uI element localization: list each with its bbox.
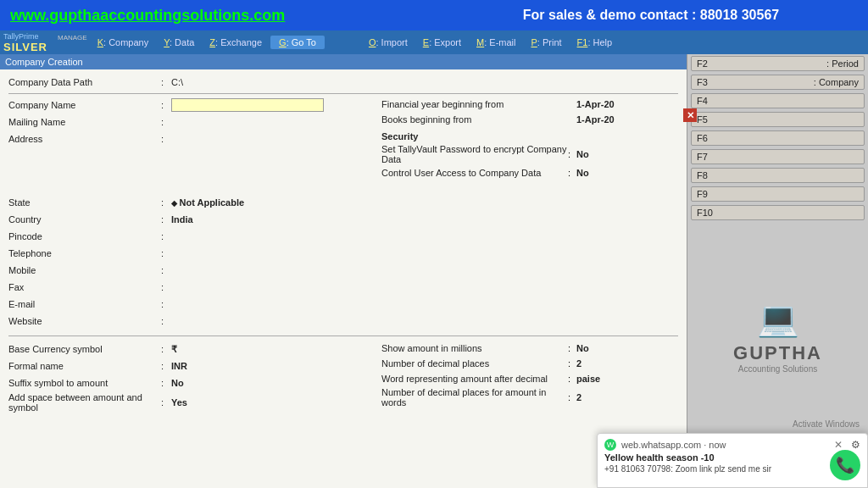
nav-help[interactable]: F1: Help [570,36,620,49]
company-data-path-label: Company Data Path [8,77,161,87]
state-label: State [8,197,161,208]
breadcrumb: Company Creation [0,54,687,69]
sidebar-f6[interactable]: F6 [691,130,865,146]
control-user-row: Control User Access to Company Data : No [381,166,678,180]
guptha-sub: Accounting Solutions [738,364,817,374]
telephone-row: Telephone : [8,246,678,261]
show-millions-label: Show amount in millions [381,343,568,353]
manage-label: MANAGE [58,34,87,42]
sidebar-f5[interactable]: F5 [691,112,865,127]
country-value: India [171,214,193,225]
close-button[interactable]: ✕ [683,108,697,122]
tallyvault-value: No [576,149,589,159]
guptha-logo-area: 💻 GUPTHA Accounting Solutions [687,222,868,451]
suffix-label: Suffix symbol to amount [8,378,161,388]
show-millions-row: Show amount in millions : No [381,341,678,355]
telephone-label: Telephone [8,248,161,258]
notification-body: +91 81063 70798: Zoom link plz send me s… [604,464,860,474]
base-currency-label: Base Currency symbol [8,344,161,354]
tallyvault-row: Set TallyVault Password to encrypt Compa… [381,144,678,164]
financial-year-row: Financial year beginning from 1-Apr-20 [381,97,678,111]
nav-data[interactable]: Y: Data [157,36,201,49]
books-beginning-row: Books beginning from 1-Apr-20 [381,113,678,126]
suffix-value: No [171,378,184,388]
word-representing-row: Word representing amount after decimal :… [381,372,678,385]
notification-close[interactable]: ✕ [834,439,843,451]
country-row: Country : India [8,212,678,227]
sidebar-f2-period[interactable]: F2: Period [691,56,865,71]
country-label: Country [8,214,161,225]
tally-product-name: TallyPrime [3,32,47,41]
decimal-places-label: Number of decimal places [381,358,568,369]
control-user-value: No [576,168,589,178]
nav-company[interactable]: K: Company [91,36,156,49]
sidebar-f7[interactable]: F7 [691,149,865,164]
decimal-places-row: Number of decimal places : 2 [381,357,678,370]
notification-source: web.whatsapp.com · now [621,440,726,450]
notification-settings[interactable]: ⚙ [851,439,860,451]
sidebar-f8[interactable]: F8 [691,168,865,183]
sidebar-f3-company[interactable]: F3: Company [691,75,865,90]
tally-logo: TallyPrime SILVER [3,32,47,53]
company-name-label: Company Name [8,100,161,110]
add-space-label: Add space between amount and symbol [8,392,161,413]
email-label: E-mail [8,299,161,309]
main-panel: Company Creation Company Data Path : C:\… [0,54,687,488]
base-currency-value: ₹ [171,344,177,355]
address-row: Address : [8,131,373,147]
add-space-row: Add space between amount and symbol : Ye… [8,392,373,413]
formal-name-value: INR [171,361,187,371]
decimal-places-value: 2 [576,358,581,369]
formal-name-label: Formal name [8,361,161,371]
pincode-label: Pincode [8,231,161,241]
fax-label: Fax [8,282,161,292]
books-beginning-label: Books beginning from [381,114,568,125]
financial-year-value: 1-Apr-20 [576,99,615,109]
nav-print[interactable]: P: Print [524,36,568,49]
mobile-label: Mobile [8,265,161,275]
nav-import[interactable]: O: Import [362,36,415,49]
formal-name-row: Formal name : INR [8,358,373,374]
website-label: Website [8,316,161,326]
nav-goto[interactable]: G: Go To [270,36,325,49]
currency-fields: Base Currency symbol : ₹ Formal name : I… [8,341,678,414]
mailing-name-row: Mailing Name : [8,114,373,130]
decimal-words-label: Number of decimal places for amount in w… [381,387,568,408]
show-millions-value: No [576,343,589,353]
add-space-value: Yes [171,397,187,408]
address-label: Address [8,134,161,144]
sidebar-f4[interactable]: F4 [691,93,865,108]
company-name-row: Company Name : [8,97,373,113]
books-beginning-value: 1-Apr-20 [576,114,615,125]
contact-info: For sales & demo contact : 88018 30567 [434,8,868,23]
tally-edition: SILVER [3,41,47,53]
company-data-path-value: C:\ [171,77,183,87]
whatsapp-icon: W [604,439,616,451]
word-representing-label: Word representing amount after decimal [381,374,568,384]
sidebar-f9[interactable]: F9 [691,186,865,202]
decimal-words-value: 2 [576,392,581,402]
mailing-name-label: Mailing Name [8,117,161,127]
website-row: Website : [8,313,678,329]
sidebar-f10[interactable]: F10 [691,205,865,220]
nav-export[interactable]: E: Export [416,36,468,49]
email-row: E-mail : [8,297,678,312]
whatsapp-notification: W web.whatsapp.com · now ✕ ⚙ Yellow heal… [597,433,868,488]
nav-exchange[interactable]: Z: Exchange [203,36,269,49]
company-data-path-row: Company Data Path : C:\ [8,75,678,90]
decimal-words-row: Number of decimal places for amount in w… [381,387,678,408]
notification-title: Yellow health season -10 [604,452,860,463]
security-title: Security [381,131,678,141]
activate-windows-text: Activate Windows [793,419,860,429]
nav-email[interactable]: M: E-mail [470,36,522,49]
financial-year-label: Financial year beginning from [381,99,568,109]
notification-header: W web.whatsapp.com · now ✕ ⚙ [604,439,860,451]
company-name-input[interactable] [171,98,324,112]
state-value: Not Applicable [171,197,244,208]
currency-section: Base Currency symbol : ₹ Formal name : I… [8,336,678,414]
guptha-name: GUPTHA [733,342,822,364]
pincode-row: Pincode : [8,229,678,244]
suffix-row: Suffix symbol to amount : No [8,375,373,391]
notification-avatar: 📞 [830,450,860,480]
control-user-label: Control User Access to Company Data [381,168,568,178]
